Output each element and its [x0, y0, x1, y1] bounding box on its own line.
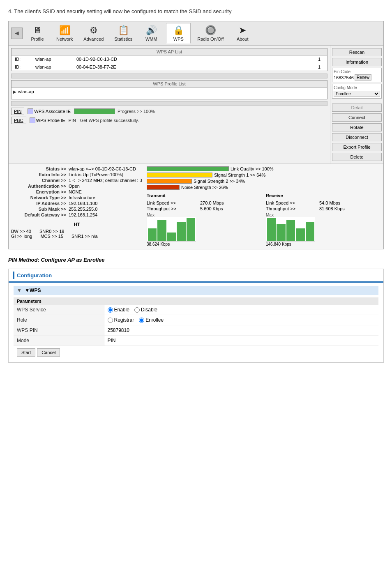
tx-link-speed-row: Link Speed >> 270.0 Mbps: [147, 200, 262, 205]
toolbar-item-network[interactable]: 📶 Network: [52, 23, 77, 43]
ip-val: 192.168.1.100: [69, 201, 97, 206]
table-row: ID: wlan-ap 00-1D-92-C0-13-CD 1: [12, 55, 327, 63]
delete-button[interactable]: Delete: [332, 153, 382, 161]
row2-name: wlan-ap: [34, 64, 75, 70]
toolbar-item-profile[interactable]: 🖥 Profile: [25, 23, 50, 43]
rotate-button[interactable]: Rotate: [332, 123, 382, 131]
rx-bar-chart: [266, 217, 315, 242]
role-registrar-radio[interactable]: [108, 318, 113, 323]
wps-enable-label[interactable]: Enable: [108, 307, 129, 313]
pin-code-label: Pin Code: [334, 69, 380, 74]
export-profile-button[interactable]: Export Profile: [332, 143, 382, 151]
statistics-icon: 📋: [118, 25, 129, 36]
pin-code-row: 16837546 Renew: [334, 74, 380, 81]
wps-probe-label: WPS Probe IE: [30, 117, 65, 123]
success-msg-area: PIN - Get WPS profile successfully.: [69, 117, 327, 124]
ht-label: HT: [11, 222, 143, 227]
noise-strength-label: Noise Strength >> 26%: [181, 185, 228, 190]
tx-bar4: [177, 222, 185, 241]
intro-text: 4. The client's SSID and security settin…: [8, 8, 384, 14]
signal-bar-row-ss2: Signal Strength 2 >> 34%: [147, 179, 381, 184]
gateway-val: 192.168.1.254: [69, 212, 97, 217]
signal-strength2-bar: [147, 179, 192, 184]
status-row-ip: IP Address >> 192.168.1.100: [11, 201, 143, 206]
role-enrollee-radio[interactable]: [139, 318, 144, 323]
progress-bar: [74, 108, 115, 114]
wps-profile-list-label: WPS Profile List: [11, 80, 327, 87]
left-panel: WPS AP List ID: wlan-ap 00-1D-92-C0-13-C…: [9, 46, 330, 163]
status-val-status: wlan-ap <--> 00-1D-92-C0-13-CD: [69, 166, 136, 171]
wps-disable-label[interactable]: Disable: [134, 307, 157, 313]
rescan-button[interactable]: Rescan: [332, 48, 382, 56]
toolbar-item-wmm[interactable]: 🔊 WMM: [139, 23, 164, 43]
config-mode-label: Config Mode: [334, 85, 380, 90]
rx-bar2: [277, 224, 285, 241]
transmit-label: Transmit: [147, 193, 262, 199]
profile-item-name: wlan-ap: [18, 89, 34, 94]
horizontal-scrollbar-ap[interactable]: [11, 74, 327, 78]
status-right: Link Quality >> 100% Signal Strength 1 >…: [147, 166, 381, 246]
role-registrar-label[interactable]: Registrar: [108, 317, 134, 323]
tx-link-speed-key: Link Speed >>: [147, 200, 200, 205]
mode-value: PIN: [104, 336, 378, 346]
wps-section-toggle[interactable]: ▼ ▼WPS: [14, 286, 378, 295]
nettype-val: Infrastructure: [69, 195, 95, 200]
wps-disable-text: Disable: [141, 307, 157, 313]
role-enrollee-label[interactable]: Enrollee: [139, 317, 164, 323]
table-row-wps-pin: WPS PIN 25879810: [14, 325, 378, 336]
toolbar-item-about[interactable]: ➤ About: [230, 23, 255, 43]
pin-button[interactable]: PIN: [11, 108, 24, 115]
config-header: Configuration: [9, 269, 383, 283]
wps-disable-radio[interactable]: [134, 307, 140, 313]
toolbar-item-statistics[interactable]: 📋 Statistics: [110, 23, 136, 43]
wps-enable-radio[interactable]: [108, 307, 113, 313]
rx-link-speed-val: 54.0 Mbps: [319, 200, 340, 205]
wps-collapse-icon: ▼: [17, 288, 22, 293]
toolbar-item-radio[interactable]: 🔘 Radio On/Off: [193, 23, 228, 43]
start-button[interactable]: Start: [17, 348, 35, 357]
config-body: ▼ ▼WPS Parameters WPS Service Enable Dis…: [9, 283, 383, 362]
right-panel: Rescan Information Pin Code 16837546 Ren…: [330, 46, 383, 163]
ht-snr1: SNR1 >> n/a: [71, 234, 98, 239]
status-key: Status >>: [11, 166, 69, 171]
toolbar: ◄ 🖥 Profile 📶 Network ⚙ Advanced 📋 Stati…: [9, 21, 383, 46]
row2-mac: 00-04-ED-38-F7-2E: [75, 64, 313, 70]
rx-bar4: [296, 228, 304, 241]
signal-bar-row-ns: Noise Strength >> 26%: [147, 185, 381, 190]
rx-bar1: [267, 218, 276, 241]
cancel-button[interactable]: Cancel: [37, 348, 60, 357]
disconnect-button[interactable]: Disconnect: [332, 133, 382, 141]
toolbar-item-advanced[interactable]: ⚙ Advanced: [79, 23, 108, 43]
pbc-button[interactable]: PBC: [11, 117, 26, 124]
row2-ch: 1: [313, 64, 325, 70]
tx-chart: Max 38.624 Kbps: [147, 213, 196, 246]
ht-section: HT BW >> 40 SNR0 >> 19 GI >> long MCS >>…: [11, 220, 143, 239]
config-header-bar: [13, 272, 14, 279]
toolbar-label-wps: WPS: [173, 37, 184, 41]
rx-kbps-val: 146.840: [266, 242, 281, 246]
tx-throughput-row: Throughput >> 5.600 Kbps: [147, 206, 262, 211]
channel-key: Channel >>: [11, 178, 69, 183]
toolbar-item-wps[interactable]: 🔒 WPS: [166, 23, 191, 44]
status-grid: Status >> wlan-ap <--> 00-1D-92-C0-13-CD…: [11, 166, 381, 246]
toolbar-label-radio: Radio On/Off: [197, 37, 224, 41]
config-mode-select[interactable]: Enrollee Registrar: [334, 91, 380, 97]
horizontal-scrollbar-profile[interactable]: [11, 101, 327, 106]
toolbar-label-profile: Profile: [31, 37, 44, 41]
tx-kbps-unit: Kbps: [160, 242, 170, 246]
rx-link-speed-row: Link Speed >> 54.0 Mbps: [266, 200, 381, 205]
rx-max-label: Max: [266, 213, 315, 217]
ht-bw: BW >> 40: [11, 229, 31, 234]
start-cancel-row: Start Cancel: [14, 346, 378, 359]
channel-val: 1 <--> 2412 MHz; central channel : 3: [69, 178, 142, 183]
wps-service-radio-group: Enable Disable: [108, 307, 376, 313]
pin-method-label: PIN Method: Configure AP as Enrollee: [8, 257, 384, 263]
information-button[interactable]: Information: [332, 58, 382, 66]
connect-button[interactable]: Connect: [332, 113, 382, 122]
renew-button[interactable]: Renew: [355, 74, 371, 81]
pin-code-box: Pin Code 16837546 Renew: [332, 68, 382, 82]
back-button[interactable]: ◄: [11, 28, 23, 39]
role-enrollee-text: Enrollee: [145, 317, 164, 323]
status-section: Status >> wlan-ap <--> 00-1D-92-C0-13-CD…: [9, 163, 383, 249]
about-icon: ➤: [239, 25, 246, 36]
